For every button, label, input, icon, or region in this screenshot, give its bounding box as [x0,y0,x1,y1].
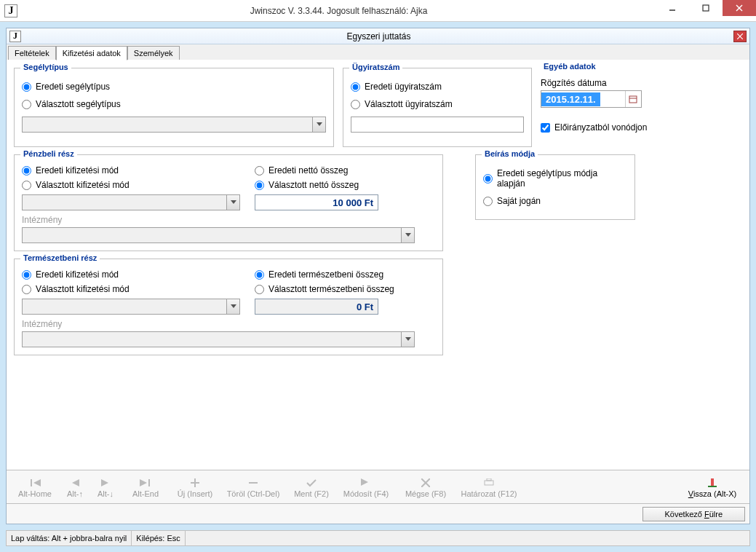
radio-label: Választott kifizetési mód [36,284,130,294]
radio-input[interactable] [22,166,31,176]
toolbar-modosit[interactable]: Módosít (F4) [337,473,395,502]
svg-rect-25 [485,481,493,485]
netto-osszeg-field[interactable]: 10 000 Ft [255,194,378,210]
radio-eredeti-segelytipus[interactable]: Eredeti segélytípus [22,82,326,92]
svg-marker-6 [317,122,322,126]
radio-eredeti-segelytipus-modja[interactable]: Eredeti segélytípus módja alapján [483,168,627,189]
radio-input[interactable] [22,285,31,294]
legend-termeszetbeni: Természetbeni rész [20,253,100,262]
cancel-icon [421,476,430,489]
inner-close-button[interactable] [733,31,747,42]
toolbar-uj[interactable]: Új (Insert) [171,473,219,502]
tab-feltetelek[interactable]: Feltételek [8,46,56,60]
radio-input[interactable] [22,270,31,280]
svg-rect-28 [708,486,717,487]
toolbar-alt-end[interactable]: Alt-End [122,473,170,502]
check-eloiranyzat-input[interactable] [541,123,550,133]
svg-marker-17 [140,479,147,486]
radio-input[interactable] [255,285,264,294]
status-bar: Lap váltás: Alt + jobbra-balra nyil Kilé… [6,530,750,546]
svg-marker-15 [72,479,79,486]
radio-input[interactable] [483,197,493,206]
calendar-icon[interactable] [625,91,641,107]
check-eloiranyzat[interactable]: Előirányzatból vonódjon [541,122,723,133]
tabs-bar: Feltételek Kifizetési adatok Személyek [7,44,749,60]
radio-valasztott-kifizetesi-mod[interactable]: Választott kifizetési mód [22,180,240,190]
date-value[interactable]: 2015.12.11. [541,92,600,106]
radio-label: Eredeti kifizetési mód [36,269,119,280]
legend-beiras: Beírás módja [482,149,538,158]
exit-icon [707,476,717,489]
minimize-button[interactable] [656,0,689,16]
arrow-last-icon [140,476,151,489]
radio-label: Választott kifizetési mód [36,180,130,190]
maximize-button[interactable] [689,0,723,16]
radio-sajat-jogan[interactable]: Saját jogán [483,196,627,206]
combo-kifizetesi-mod[interactable] [22,194,240,210]
radio-valasztott-term-osszeg[interactable]: Választott természetbeni összeg [255,284,422,294]
toolbar-alt-down[interactable]: Alt-↓ [91,473,120,502]
status-kilepes: Kilépés: Esc [132,531,186,545]
radio-eredeti-term-osszeg[interactable]: Eredeti természetbeni összeg [255,269,422,280]
radio-eredeti-ugyiratszam-input[interactable] [351,82,360,92]
combo-segelytipus[interactable] [22,117,326,133]
radio-input[interactable] [22,181,31,190]
toolbar-label: Alt-End [132,489,159,498]
radio-valasztott-segelytipus-input[interactable] [22,100,31,109]
toolbar-alt-up[interactable]: Alt-↑ [60,473,89,502]
legend-segelytipus: Segélytípus [20,63,71,71]
combo-kifizetesi-mod-term[interactable] [22,299,240,315]
chevron-down-icon[interactable] [226,299,239,314]
toolbar-label: Új (Insert) [178,489,212,498]
radio-input[interactable] [255,181,264,190]
toolbar-torol[interactable]: Töröl (Ctrl-Del) [220,473,286,502]
toolbar-megse[interactable]: Mégse (F8) [397,473,455,502]
toolbar-label: Alt-Home [18,489,52,498]
toolbar-ment[interactable]: Ment (F2) [287,473,335,502]
chevron-down-icon[interactable] [401,332,414,347]
combo-intezmeny-term[interactable] [22,331,415,347]
radio-input[interactable] [255,166,264,176]
group-beiras: Beírás módja Eredeti segélytípus módja a… [475,154,635,220]
tab-szemelyek[interactable]: Személyek [127,46,180,60]
radio-valasztott-kifizetesi-mod-term[interactable]: Választott kifizetési mód [22,284,240,294]
radio-valasztott-ugyiratszam-input[interactable] [351,100,360,109]
edit-icon [361,476,371,489]
toolbar-hatarozat[interactable]: Határozat (F12) [456,473,522,502]
svg-marker-22 [361,478,368,486]
svg-marker-9 [231,200,236,204]
radio-eredeti-ugyiratszam[interactable]: Eredeti ügyiratszám [351,82,524,92]
content-area: Segélytípus Eredeti segélytípus Választo… [7,60,749,470]
chevron-down-icon[interactable] [226,195,239,210]
radio-eredeti-netto[interactable]: Eredeti nettó összeg [255,165,422,176]
chevron-down-icon[interactable] [312,117,325,132]
chevron-down-icon[interactable] [401,228,414,243]
inner-title-bar: J Egyszeri juttatás [7,28,749,44]
radio-valasztott-ugyiratszam[interactable]: Választott ügyiratszám [351,99,524,109]
window-title: Jwinszoc V. 3.3.44. Jogosult felhasználó… [22,6,656,16]
tab-kifizetesi[interactable]: Kifizetési adatok [56,46,127,60]
toolbar-label: Határozat (F12) [461,489,517,498]
next-tab-button[interactable]: Következő Fülre [642,507,746,521]
toolbar-label: Mégse (F8) [405,489,446,498]
combo-intezmeny-penzbeli[interactable] [22,227,415,243]
svg-rect-7 [629,96,637,103]
termeszetbeni-osszeg-field[interactable]: 0 Ft [255,299,378,315]
radio-label: Saját jogán [497,196,541,206]
svg-rect-27 [711,478,714,486]
toolbar-vissza[interactable]: Vissza (Alt-X) [680,473,745,502]
date-input-wrap[interactable]: 2015.12.11. [541,90,642,108]
radio-eredeti-segelytipus-input[interactable] [22,82,31,92]
close-button[interactable] [723,0,756,16]
toolbar-alt-home[interactable]: Alt-Home [11,473,59,502]
toolbar-label: Vissza (Alt-X) [688,489,736,498]
radio-valasztott-segelytipus[interactable]: Választott segélytípus [22,99,326,109]
radio-eredeti-kifizetesi-mod[interactable]: Eredeti kifizetési mód [22,165,240,176]
radio-eredeti-kifizetesi-mod-term[interactable]: Eredeti kifizetési mód [22,269,240,280]
input-ugyiratszam[interactable] [351,117,524,133]
radio-input[interactable] [483,174,493,184]
radio-label: Eredeti ügyiratszám [365,82,442,92]
radio-input[interactable] [255,270,264,280]
radio-valasztott-netto[interactable]: Választott nettó összeg [255,180,422,190]
group-termeszetbeni: Természetbeni rész Eredeti kifizetési mó… [14,259,443,355]
